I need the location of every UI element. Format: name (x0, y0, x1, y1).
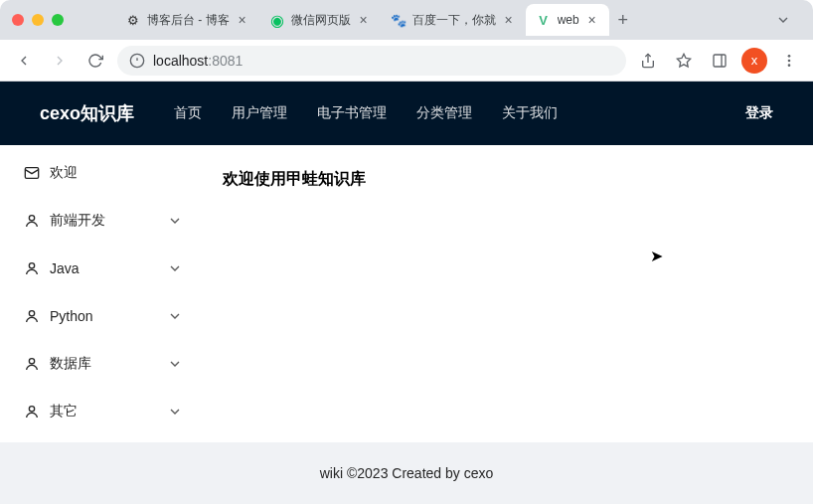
sidebar-item-label: Python (50, 308, 93, 324)
content-area: 欢迎 前端开发 Java Python 数据库 其它 欢迎使用甲蛙知识 (0, 145, 813, 442)
sidebar-item-java[interactable]: Java (0, 245, 199, 292)
app-logo[interactable]: cexo知识库 (40, 101, 134, 125)
sidepanel-button[interactable] (706, 47, 733, 75)
forward-button[interactable] (46, 47, 74, 75)
chevron-down-icon (167, 356, 183, 372)
main-nav: 首页 用户管理 电子书管理 分类管理 关于我们 (174, 104, 558, 122)
nav-users[interactable]: 用户管理 (232, 104, 287, 122)
svg-rect-5 (714, 55, 726, 67)
new-tab-button[interactable]: + (609, 6, 637, 34)
svg-point-12 (29, 263, 34, 268)
footer-text: wiki ©2023 Created by cexo (320, 465, 494, 481)
sidebar-item-label: 前端开发 (50, 212, 105, 230)
app-footer: wiki ©2023 Created by cexo (0, 442, 813, 504)
vue-favicon-icon: V (536, 12, 552, 28)
nav-about[interactable]: 关于我们 (502, 104, 558, 122)
browser-titlebar: ⚙ 博客后台 - 博客 × ◉ 微信网页版 × 🐾 百度一下，你就 × V we… (0, 0, 813, 40)
svg-point-9 (788, 64, 791, 67)
main-panel: 欢迎使用甲蛙知识库 (199, 145, 813, 442)
sidebar-item-label: 数据库 (50, 355, 91, 373)
tab-title: 博客后台 - 博客 (147, 12, 230, 29)
close-window-button[interactable] (12, 14, 24, 26)
tab-title: 百度一下，你就 (412, 12, 496, 29)
sidebar-item-label: 其它 (50, 403, 78, 420)
browser-tab-3[interactable]: V web × (526, 4, 609, 36)
favicon-icon: 🐾 (391, 12, 406, 28)
sidebar-item-welcome[interactable]: 欢迎 (0, 149, 199, 197)
svg-point-13 (29, 311, 34, 316)
toolbar-actions: x (634, 47, 803, 75)
browser-tab-0[interactable]: ⚙ 博客后台 - 博客 × (115, 4, 259, 36)
chevron-down-icon (167, 260, 183, 276)
close-icon[interactable]: × (357, 13, 371, 27)
nav-home[interactable]: 首页 (174, 104, 202, 122)
tab-overflow-button[interactable] (769, 6, 797, 34)
sidebar-item-label: Java (50, 260, 80, 276)
chevron-down-icon (167, 213, 183, 229)
svg-point-7 (788, 55, 791, 58)
login-link[interactable]: 登录 (745, 104, 773, 122)
maximize-window-button[interactable] (52, 14, 64, 26)
sidebar-item-other[interactable]: 其它 (0, 388, 199, 435)
window-controls (12, 14, 64, 26)
mail-icon (24, 165, 40, 181)
browser-tabs: ⚙ 博客后台 - 博客 × ◉ 微信网页版 × 🐾 百度一下，你就 × V we… (115, 0, 801, 40)
sidebar-item-label: 欢迎 (50, 164, 78, 182)
user-icon (24, 308, 40, 324)
user-icon (24, 260, 40, 276)
nav-ebooks[interactable]: 电子书管理 (317, 104, 387, 122)
address-bar[interactable]: localhost:8081 (117, 46, 626, 76)
reload-button[interactable] (81, 47, 109, 75)
favicon-icon: ◉ (269, 12, 285, 28)
sidebar-item-database[interactable]: 数据库 (0, 340, 199, 388)
chevron-down-icon (167, 404, 183, 420)
bookmark-button[interactable] (670, 47, 698, 75)
sidebar-item-python[interactable]: Python (0, 292, 199, 340)
svg-point-8 (788, 59, 791, 62)
welcome-heading: 欢迎使用甲蛙知识库 (223, 169, 789, 190)
svg-point-14 (29, 359, 34, 364)
browser-tab-2[interactable]: 🐾 百度一下，你就 × (381, 4, 526, 36)
chevron-down-icon (167, 308, 183, 324)
browser-menu-button[interactable] (775, 47, 803, 75)
user-icon (24, 404, 40, 420)
favicon-icon: ⚙ (125, 12, 141, 28)
tab-title: web (558, 13, 579, 27)
profile-avatar[interactable]: x (741, 48, 767, 74)
close-icon[interactable]: × (585, 13, 599, 27)
user-icon (24, 213, 40, 229)
sidebar: 欢迎 前端开发 Java Python 数据库 其它 (0, 145, 199, 442)
svg-point-15 (29, 407, 34, 412)
close-icon[interactable]: × (502, 13, 516, 27)
share-button[interactable] (634, 47, 662, 75)
tab-title: 微信网页版 (291, 12, 351, 29)
url-text: localhost:8081 (153, 53, 243, 69)
back-button[interactable] (10, 47, 38, 75)
user-icon (24, 356, 40, 372)
nav-categories[interactable]: 分类管理 (416, 104, 472, 122)
svg-point-11 (29, 216, 34, 221)
sidebar-item-frontend[interactable]: 前端开发 (0, 197, 199, 245)
browser-tab-1[interactable]: ◉ 微信网页版 × (259, 4, 381, 36)
minimize-window-button[interactable] (32, 14, 44, 26)
close-icon[interactable]: × (236, 13, 249, 27)
site-info-icon (129, 53, 145, 69)
svg-marker-4 (677, 54, 690, 67)
browser-toolbar: localhost:8081 x (0, 40, 813, 82)
app-header: cexo知识库 首页 用户管理 电子书管理 分类管理 关于我们 登录 (0, 82, 813, 145)
